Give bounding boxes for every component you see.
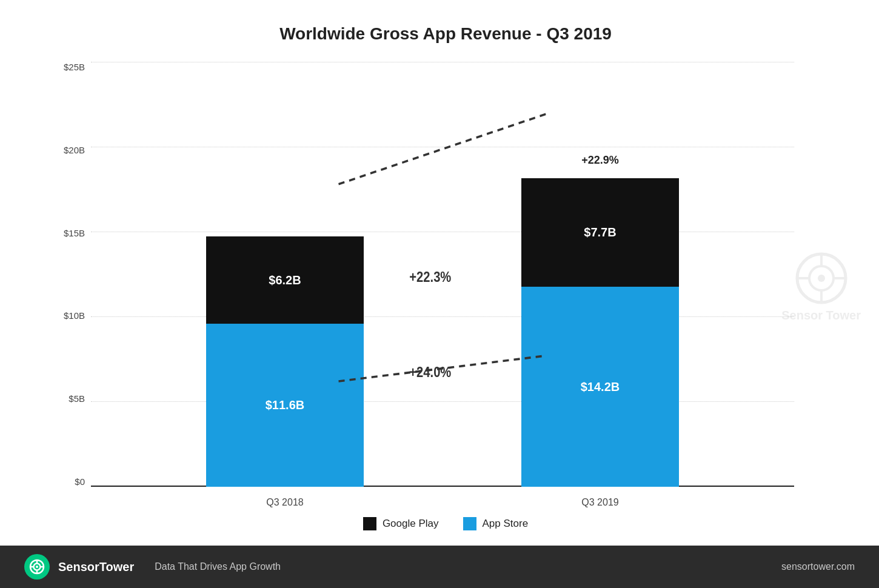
y-axis: $0 $5B $10B $15B $20B $25B	[48, 62, 91, 511]
legend-label-googleplay: Google Play	[383, 518, 439, 530]
watermark-logo-icon	[794, 251, 849, 306]
y-label-0: $0	[48, 476, 91, 487]
chart-container: Worldwide Gross App Revenue - Q3 2019 $0…	[0, 0, 879, 546]
legend-item-appstore: App Store	[463, 517, 529, 530]
y-label-20: $20B	[48, 145, 91, 155]
footer-logo-circle	[24, 554, 50, 580]
chart-inner: $11.6B $6.2B Q3 2018 +22.9%	[91, 62, 843, 511]
bar-xlabel-q3-2018: Q3 2018	[266, 497, 303, 508]
y-label-25: $25B	[48, 62, 91, 72]
legend-label-appstore: App Store	[483, 518, 529, 530]
watermark-brand-text: Sensor Tower	[781, 309, 861, 322]
bars-area: $11.6B $6.2B Q3 2018 +22.9%	[91, 62, 794, 487]
legend-box-appstore	[463, 517, 476, 530]
sensortower-watermark: Sensor Tower	[781, 251, 861, 322]
chart-title: Worldwide Gross App Revenue - Q3 2019	[48, 24, 843, 44]
footer-left: SensorTower Data That Drives App Growth	[24, 554, 281, 580]
legend-item-googleplay: Google Play	[363, 517, 439, 530]
bar-group-q3-2019: +22.9% $14.2B $7.7B Q3 2019	[521, 178, 679, 487]
footer-logo-icon	[28, 558, 45, 575]
y-label-5: $5B	[48, 393, 91, 404]
bar-appstore-q3-2018: $11.6B	[206, 324, 364, 487]
y-label-15: $15B	[48, 228, 91, 238]
footer: SensorTower Data That Drives App Growth …	[0, 546, 879, 588]
bar-googleplay-q3-2018: $6.2B	[206, 236, 364, 324]
total-growth-label: +22.9%	[581, 154, 619, 167]
bar-stack-q3-2019: $14.2B $7.7B	[521, 178, 679, 487]
bar-appstore-q3-2018-label: $11.6B	[266, 398, 305, 412]
footer-url: sensortower.com	[781, 561, 855, 572]
y-label-10: $10B	[48, 310, 91, 321]
bar-appstore-q3-2019: $14.2B	[521, 287, 679, 487]
bar-xlabel-q3-2019: Q3 2019	[581, 497, 618, 508]
svg-point-13	[36, 566, 38, 568]
bar-appstore-q3-2019-label: $14.2B	[581, 380, 620, 394]
bar-googleplay-q3-2019-label: $7.7B	[584, 226, 616, 239]
footer-tagline: Data That Drives App Growth	[155, 561, 281, 572]
bar-group-q3-2018: $11.6B $6.2B Q3 2018	[206, 236, 364, 487]
bar-googleplay-q3-2018-label: $6.2B	[269, 273, 301, 287]
bar-stack-q3-2018: $11.6B $6.2B	[206, 236, 364, 487]
legend-box-googleplay	[363, 517, 376, 530]
bar-googleplay-q3-2019: $7.7B	[521, 178, 679, 287]
svg-point-6	[818, 275, 825, 282]
footer-brand: SensorTower	[58, 560, 134, 574]
chart-area: $0 $5B $10B $15B $20B $25B	[48, 62, 843, 511]
legend-area: Google Play App Store	[48, 511, 843, 533]
